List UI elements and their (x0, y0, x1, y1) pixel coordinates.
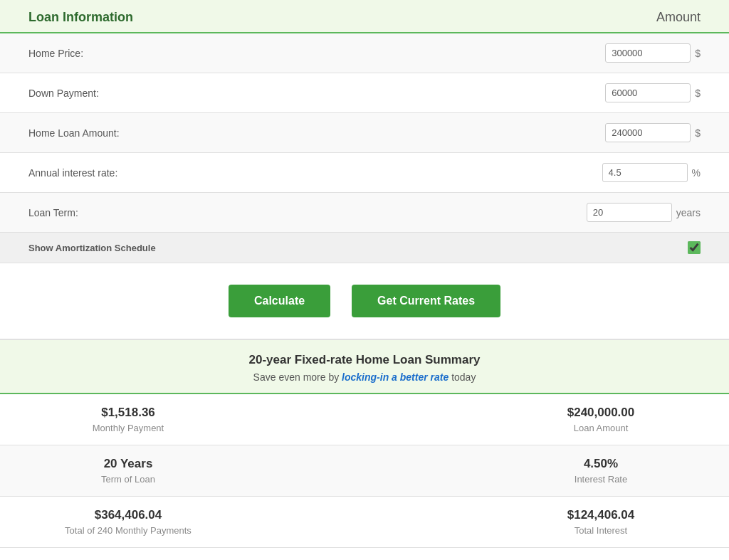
summary-desc-left-2: Total of 240 Monthly Payments (57, 525, 199, 536)
input-group-down-payment: $ (605, 83, 701, 102)
unit-down-payment: $ (695, 88, 701, 99)
summary-cell-right-1: 4.50%Interest Rate (530, 457, 672, 485)
summary-value-left-1: 20 Years (57, 457, 199, 471)
summary-cell-left-2: $364,406.04Total of 240 Monthly Payments (57, 508, 199, 536)
summary-data-row-2: $364,406.04Total of 240 Monthly Payments… (0, 497, 729, 548)
subtitle-link[interactable]: locking-in a better rate (342, 371, 449, 383)
label-annual-interest-rate: Annual interest rate: (28, 167, 117, 179)
form-row-down-payment: Down Payment:$ (0, 73, 729, 113)
form-row-home-price: Home Price:$ (0, 33, 729, 73)
input-group-home-price: $ (605, 43, 701, 63)
form-row-home-loan-amount: Home Loan Amount:$ (0, 113, 729, 153)
summary-title: 20-year Fixed-rate Home Loan Summary (28, 353, 701, 367)
summary-value-right-1: 4.50% (530, 457, 672, 471)
summary-desc-right-2: Total Interest (530, 525, 672, 536)
input-group-annual-interest-rate: % (602, 163, 701, 182)
input-annual-interest-rate[interactable] (602, 163, 688, 182)
header-loan-info: Loan Information (28, 10, 133, 25)
amortization-row: Show Amortization Schedule (0, 233, 729, 263)
summary-value-left-0: $1,518.36 (57, 406, 199, 420)
summary-data-row-0: $1,518.36Monthly Payment$240,000.00Loan … (0, 394, 729, 445)
summary-value-right-0: $240,000.00 (530, 406, 672, 420)
amortization-label: Show Amortization Schedule (28, 243, 156, 253)
summary-cell-left-1: 20 YearsTerm of Loan (57, 457, 199, 485)
subtitle-suffix: today (449, 371, 476, 383)
summary-desc-left-0: Monthly Payment (57, 423, 199, 433)
summary-value-left-2: $364,406.04 (57, 508, 199, 522)
calculate-button[interactable]: Calculate (229, 285, 330, 317)
summary-desc-right-1: Interest Rate (530, 474, 672, 485)
unit-loan-term: years (676, 207, 701, 218)
unit-home-loan-amount: $ (695, 127, 701, 139)
get-rates-button[interactable]: Get Current Rates (352, 285, 500, 317)
summary-subtitle: Save even more by locking-in a better ra… (28, 371, 701, 383)
label-loan-term: Loan Term: (28, 207, 78, 218)
header-row: Loan Information Amount (0, 0, 729, 33)
unit-annual-interest-rate: % (692, 167, 701, 179)
input-loan-term[interactable] (587, 203, 672, 222)
summary-cell-left-0: $1,518.36Monthly Payment (57, 406, 199, 433)
calculator-wrapper: Loan Information Amount Home Price:$Down… (0, 0, 729, 548)
input-home-price[interactable] (605, 43, 691, 63)
amortization-checkbox[interactable] (688, 241, 701, 254)
summary-cell-right-2: $124,406.04Total Interest (530, 508, 672, 536)
input-down-payment[interactable] (605, 83, 691, 102)
input-home-loan-amount[interactable] (605, 123, 691, 142)
summary-desc-left-1: Term of Loan (57, 474, 199, 485)
summary-value-right-2: $124,406.04 (530, 508, 672, 522)
label-home-price: Home Price: (28, 48, 83, 59)
summary-header: 20-year Fixed-rate Home Loan Summary Sav… (0, 340, 729, 394)
unit-home-price: $ (695, 48, 701, 59)
form-fields: Home Price:$Down Payment:$Home Loan Amou… (0, 33, 729, 233)
label-home-loan-amount: Home Loan Amount: (28, 127, 120, 139)
input-group-loan-term: years (587, 203, 701, 222)
buttons-row: Calculate Get Current Rates (0, 263, 729, 339)
form-row-loan-term: Loan Term:years (0, 193, 729, 233)
input-group-home-loan-amount: $ (605, 123, 701, 142)
form-row-annual-interest-rate: Annual interest rate:% (0, 153, 729, 193)
subtitle-prefix: Save even more by (253, 371, 342, 383)
header-amount: Amount (656, 10, 701, 25)
summary-desc-right-0: Loan Amount (530, 423, 672, 433)
summary-cell-right-0: $240,000.00Loan Amount (530, 406, 672, 433)
summary-data-row-1: 20 YearsTerm of Loan4.50%Interest Rate (0, 445, 729, 497)
label-down-payment: Down Payment: (28, 88, 99, 99)
summary-rows: $1,518.36Monthly Payment$240,000.00Loan … (0, 394, 729, 548)
